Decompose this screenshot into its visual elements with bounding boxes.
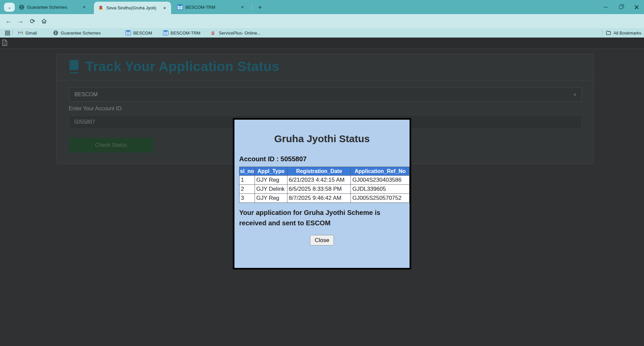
apps-grid-button[interactable] — [5, 30, 10, 36]
card-heading: Track Your Application Status — [67, 59, 279, 74]
table-row: 2GJY Delink6/5/2025 8:33:58 PMGJDL339605 — [239, 185, 410, 194]
table-cell: GJDL339605 — [351, 185, 410, 194]
gmail-icon — [18, 30, 23, 36]
page-content-dimmed: Track Your Application Status BESCOM ∨ E… — [0, 38, 644, 346]
tab-close-icon[interactable]: × — [162, 5, 168, 11]
folder-icon — [606, 30, 611, 36]
chevron-down-icon: ⌄ — [8, 5, 11, 10]
tab-seva-sindhu[interactable]: Seva Sindhu(Gruha Jyoti) × — [94, 2, 171, 14]
browser-window: ⌄ Guarantee Schemes × Seva Sindhu(Gruha … — [0, 0, 644, 346]
tab-label: BESCOM-TRM — [185, 5, 237, 10]
reload-button[interactable]: ⟳ — [27, 14, 38, 28]
browser-toolbar: ← → ⟳ sevasindhu.karnataka.gov.in/Statuc… — [0, 14, 644, 28]
modal-close-button[interactable]: Close — [310, 235, 334, 245]
tab-separator — [252, 4, 253, 10]
table-cell: GJY Delink — [255, 185, 287, 194]
select-chevron-icon: ∨ — [573, 92, 576, 97]
check-status-button[interactable]: Check Status — [69, 138, 153, 153]
status-table-body: 1GJY Reg6/21/2023 4:42:15 AMGJ004S230403… — [239, 176, 410, 203]
minimize-button[interactable] — [598, 0, 613, 14]
table-cell: 1 — [239, 176, 255, 185]
back-button[interactable]: ← — [3, 14, 14, 28]
book-icon — [67, 59, 80, 74]
bookmark-gmail[interactable]: Gmail — [15, 29, 40, 37]
close-icon — [634, 5, 639, 9]
home-icon — [41, 18, 47, 24]
table-header-cell: sl_no — [239, 167, 255, 176]
bookmarks-separator — [12, 30, 13, 36]
header-row: sl_noAppl_TypeRegistration_DateApplicati… — [239, 167, 410, 176]
karnataka-emblem-favicon-icon — [98, 5, 104, 11]
page-header-strip — [0, 38, 644, 49]
bescom-favicon-icon — [177, 4, 183, 10]
tab-strip: ⌄ Guarantee Schemes × Seva Sindhu(Gruha … — [0, 0, 644, 14]
tab-bescom-trm[interactable]: BESCOM-TRM × — [173, 0, 249, 14]
bookmark-label: BESCOM-TRM — [171, 31, 201, 36]
table-cell: 8/7/2025 9:46:42 AM — [287, 194, 351, 203]
broken-image-icon — [1, 39, 8, 46]
bookmark-bescom[interactable]: BESCOM — [122, 29, 155, 37]
tab-label: Seva Sindhu(Gruha Jyoti) — [106, 5, 159, 10]
globe-icon — [53, 30, 58, 36]
account-id-label: Enter Your Account ID: — [69, 106, 123, 112]
forward-button[interactable]: → — [15, 14, 26, 28]
globe-favicon-icon — [19, 4, 24, 10]
bookmark-bescom-trm[interactable]: BESCOM-TRM — [160, 29, 204, 37]
table-header-cell: Appl_Type — [255, 167, 287, 176]
status-table-header: sl_noAppl_TypeRegistration_DateApplicati… — [239, 167, 410, 176]
table-header-cell: Application_Ref_No — [351, 167, 410, 176]
page-title: Track Your Application Status — [86, 59, 279, 74]
close-window-button[interactable] — [629, 0, 644, 14]
maximize-button[interactable] — [613, 0, 629, 14]
bookmarks-bar: Gmail Guarantee Schemes BESCOM BESCOM-TR… — [0, 28, 644, 38]
bookmark-guarantee-schemes[interactable]: Guarantee Schemes — [50, 29, 104, 37]
bookmark-serviceplus[interactable]: S ServicePlus- Online... — [208, 29, 264, 37]
card-divider — [57, 80, 593, 80]
serviceplus-icon: S — [211, 30, 216, 36]
modal-account-id: Account ID : 5055807 — [239, 155, 307, 163]
tab-search-button[interactable]: ⌄ — [4, 3, 15, 12]
table-header-cell: Registration_Date — [287, 167, 351, 176]
bookmark-label: ServicePlus- Online... — [219, 31, 261, 36]
table-cell: GJY Reg — [255, 194, 287, 203]
bescom-trm-icon — [163, 30, 168, 36]
bookmark-label: Guarantee Schemes — [61, 31, 101, 36]
table-cell: GJ004S230403586 — [351, 176, 410, 185]
table-cell: 3 — [239, 194, 255, 203]
tab-close-icon[interactable]: × — [81, 4, 87, 10]
modal-title: Gruha Jyothi Status — [234, 133, 410, 145]
restore-icon — [619, 5, 623, 9]
table-cell: 6/21/2023 4:42:15 AM — [287, 176, 351, 185]
home-button[interactable] — [38, 14, 50, 28]
tab-label: Guarantee Schemes — [27, 5, 78, 10]
escom-select[interactable]: BESCOM ∨ — [69, 88, 582, 102]
table-cell: GJY Reg — [255, 176, 287, 185]
apps-grid-icon — [5, 30, 10, 36]
gruha-jyothi-status-modal: Gruha Jyothi Status Account ID : 5055807… — [233, 118, 411, 270]
bookmarks-separator — [602, 30, 602, 36]
bookmark-label: BESCOM — [133, 31, 152, 36]
table-cell: 6/5/2025 8:33:58 PM — [287, 185, 351, 194]
new-tab-button[interactable]: + — [256, 3, 264, 12]
status-table: sl_noAppl_TypeRegistration_DateApplicati… — [239, 167, 410, 203]
table-row: 1GJY Reg6/21/2023 4:42:15 AMGJ004S230403… — [239, 176, 410, 185]
table-cell: GJ005S250570752 — [351, 194, 410, 203]
window-controls — [598, 0, 644, 14]
table-row: 3GJY Reg8/7/2025 9:46:42 AMGJ005S2505707… — [239, 194, 410, 203]
escom-select-value: BESCOM — [74, 92, 573, 98]
status-message: Your application for Gruha Jyothi Scheme… — [239, 208, 407, 228]
minimize-icon — [603, 7, 608, 7]
all-bookmarks-label: All Bookmarks — [613, 31, 641, 36]
bescom-icon — [125, 30, 131, 36]
table-cell: 2 — [239, 185, 255, 194]
bookmark-label: Gmail — [25, 31, 37, 36]
tab-guarantee-schemes[interactable]: Guarantee Schemes × — [15, 0, 91, 14]
all-bookmarks[interactable]: All Bookmarks — [600, 30, 641, 36]
tab-close-icon[interactable]: × — [239, 4, 246, 10]
